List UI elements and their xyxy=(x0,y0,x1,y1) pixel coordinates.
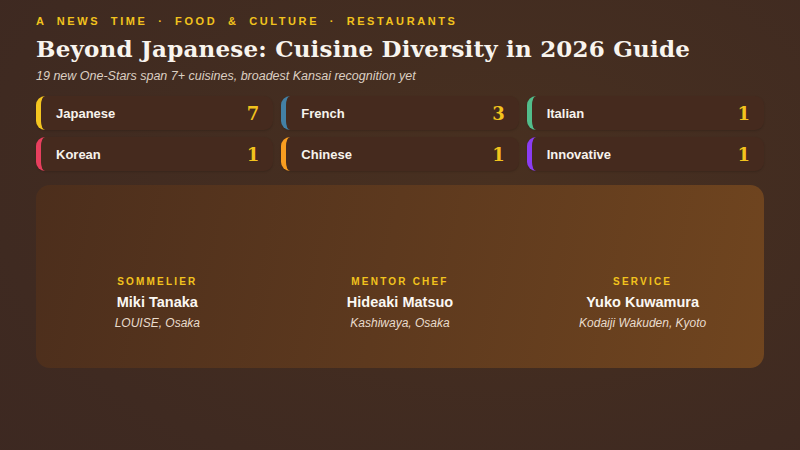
breadcrumb: A NEWS TIME · FOOD & CULTURE · RESTAURAN… xyxy=(36,15,764,27)
cuisine-name: French xyxy=(301,106,344,121)
cuisine-name: Japanese xyxy=(56,106,115,121)
cuisine-name: Innovative xyxy=(547,147,611,162)
cuisine-card-french: French 3 xyxy=(281,96,518,130)
cuisine-count: 1 xyxy=(737,144,750,165)
award-item-service: SERVICE Yuko Kuwamura Kodaiji Wakuden, K… xyxy=(521,276,764,330)
cuisine-count: 3 xyxy=(492,103,505,124)
cuisine-card-chinese: Chinese 1 xyxy=(281,137,518,171)
award-item-sommelier: SOMMELIER Miki Tanaka LOUISE, Osaka xyxy=(36,276,279,330)
cuisine-count: 1 xyxy=(737,103,750,124)
cuisine-count: 1 xyxy=(492,144,505,165)
cuisine-card-innovative: Innovative 1 xyxy=(527,137,764,171)
award-restaurant: Kashiwaya, Osaka xyxy=(279,316,522,330)
cuisine-count: 7 xyxy=(247,103,260,124)
award-role: SERVICE xyxy=(521,276,764,287)
award-name: Miki Tanaka xyxy=(36,294,279,310)
award-role: SOMMELIER xyxy=(36,276,279,287)
award-role: MENTOR CHEF xyxy=(279,276,522,287)
header: A NEWS TIME · FOOD & CULTURE · RESTAURAN… xyxy=(36,15,764,83)
page: A NEWS TIME · FOOD & CULTURE · RESTAURAN… xyxy=(0,0,800,450)
cuisine-name: Italian xyxy=(547,106,585,121)
award-name: Hideaki Matsuo xyxy=(279,294,522,310)
cuisine-card-japanese: Japanese 7 xyxy=(36,96,273,130)
awards-panel: SOMMELIER Miki Tanaka LOUISE, Osaka MENT… xyxy=(36,185,764,368)
award-name: Yuko Kuwamura xyxy=(521,294,764,310)
cuisine-card-korean: Korean 1 xyxy=(36,137,273,171)
page-title: Beyond Japanese: Cuisine Diversity in 20… xyxy=(36,35,764,62)
award-restaurant: LOUISE, Osaka xyxy=(36,316,279,330)
page-subtitle: 19 new One-Stars span 7+ cuisines, broad… xyxy=(36,69,764,83)
cuisine-name: Chinese xyxy=(301,147,352,162)
award-item-mentor-chef: MENTOR CHEF Hideaki Matsuo Kashiwaya, Os… xyxy=(279,276,522,330)
cuisine-card-grid: Japanese 7 French 3 Italian 1 Korean 1 C… xyxy=(36,96,764,171)
cuisine-count: 1 xyxy=(247,144,260,165)
cuisine-card-italian: Italian 1 xyxy=(527,96,764,130)
award-restaurant: Kodaiji Wakuden, Kyoto xyxy=(521,316,764,330)
cuisine-name: Korean xyxy=(56,147,101,162)
